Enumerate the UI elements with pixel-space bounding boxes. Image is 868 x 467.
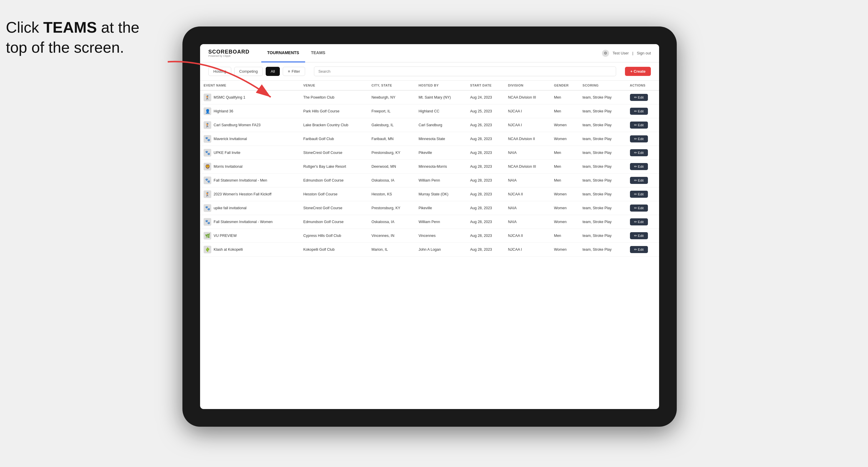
cell-event-name: 👤 Highland 36: [200, 104, 300, 118]
edit-button[interactable]: ✏ Edit: [630, 94, 648, 101]
edit-button[interactable]: ✏ Edit: [630, 163, 648, 170]
all-filter-btn[interactable]: All: [266, 67, 280, 76]
cell-division: NJCAA I: [505, 243, 551, 257]
cell-event-name: 🌿 VU PREVIEW: [200, 229, 300, 243]
col-start-date: START DATE: [467, 81, 505, 90]
create-button[interactable]: + Create: [625, 67, 651, 76]
edit-button[interactable]: ✏ Edit: [630, 135, 648, 143]
filter-bar: Hosting Competing All ≡ Filter + Create: [200, 62, 659, 81]
cell-actions: ✏ Edit: [626, 174, 659, 187]
cell-venue: StoneCrest Golf Course: [300, 201, 368, 215]
table-container: EVENT NAME VENUE CITY, STATE HOSTED BY S…: [200, 81, 659, 409]
event-icon: 🐾: [204, 149, 211, 157]
event-icon: 🌿: [204, 232, 211, 240]
cell-scoring: team, Stroke Play: [579, 229, 626, 243]
cell-actions: ✏ Edit: [626, 90, 659, 104]
cell-gender: Men: [551, 146, 579, 160]
edit-button[interactable]: ✏ Edit: [630, 218, 648, 225]
cell-venue: Hesston Golf Course: [300, 187, 368, 201]
cell-start-date: Aug 24, 2023: [467, 90, 505, 104]
edit-button[interactable]: ✏ Edit: [630, 122, 648, 129]
cell-actions: ✏ Edit: [626, 187, 659, 201]
cell-actions: ✏ Edit: [626, 243, 659, 257]
event-name-text: VU PREVIEW: [214, 234, 237, 238]
cell-city-state: Hesston, KS: [368, 187, 415, 201]
cell-start-date: Aug 28, 2023: [467, 174, 505, 187]
edit-button[interactable]: ✏ Edit: [630, 191, 648, 198]
event-name-text: Fall Statesmen Invitational - Men: [214, 178, 267, 182]
cell-actions: ✏ Edit: [626, 104, 659, 118]
cell-actions: ✏ Edit: [626, 160, 659, 174]
cell-venue: Cypress Hills Golf Club: [300, 229, 368, 243]
tournaments-table: EVENT NAME VENUE CITY, STATE HOSTED BY S…: [200, 81, 659, 257]
cell-event-name: 🏌️ Carl Sandburg Women FA23: [200, 118, 300, 132]
cell-scoring: team, Stroke Play: [579, 104, 626, 118]
cell-event-name: 🐾 Fall Statesmen Invitational - Women: [200, 215, 300, 229]
cell-scoring: team, Stroke Play: [579, 215, 626, 229]
cell-hosted-by: William Penn: [415, 215, 466, 229]
table-row: 🐾 Fall Statesmen Invitational - Women Ed…: [200, 215, 659, 229]
cell-division: NJCAA I: [505, 104, 551, 118]
col-venue: VENUE: [300, 81, 368, 90]
edit-button[interactable]: ✏ Edit: [630, 149, 648, 156]
sign-out-link[interactable]: Sign out: [637, 51, 651, 55]
filter-options-btn[interactable]: ≡ Filter: [283, 67, 305, 76]
event-name-text: UPKE Fall Invite: [214, 151, 240, 155]
cell-venue: Ruttger's Bay Lake Resort: [300, 160, 368, 174]
event-name-text: Carl Sandburg Women FA23: [214, 123, 261, 127]
event-icon: 🐾: [204, 135, 211, 143]
cell-actions: ✏ Edit: [626, 215, 659, 229]
cell-scoring: team, Stroke Play: [579, 118, 626, 132]
edit-button[interactable]: ✏ Edit: [630, 205, 648, 212]
cell-hosted-by: Pikeville: [415, 201, 466, 215]
settings-icon[interactable]: ⚙: [602, 50, 609, 57]
col-scoring: SCORING: [579, 81, 626, 90]
edit-button[interactable]: ✏ Edit: [630, 177, 648, 184]
event-name-text: Klash at Kokopelli: [214, 247, 243, 252]
tablet-frame: SCOREBOARD Powered by Clippit TOURNAMENT…: [182, 27, 677, 427]
event-icon: 🐾: [204, 218, 211, 226]
cell-hosted-by: Minnesota-Morris: [415, 160, 466, 174]
nav-tournaments[interactable]: TOURNAMENTS: [261, 44, 305, 62]
edit-button[interactable]: ✏ Edit: [630, 108, 648, 115]
cell-gender: Men: [551, 104, 579, 118]
hosting-filter-btn[interactable]: Hosting: [208, 67, 231, 76]
cell-city-state: Galesburg, IL: [368, 118, 415, 132]
cell-city-state: Oskaloosa, IA: [368, 215, 415, 229]
search-container: [314, 66, 616, 76]
table-row: 🐾 UPKE Fall Invite StoneCrest Golf Cours…: [200, 146, 659, 160]
nav-teams[interactable]: TEAMS: [305, 44, 331, 62]
cell-city-state: Prestonsburg, KY: [368, 146, 415, 160]
table-row: 🦁 Morris Invitational Ruttger's Bay Lake…: [200, 160, 659, 174]
cell-scoring: team, Stroke Play: [579, 160, 626, 174]
cell-actions: ✏ Edit: [626, 132, 659, 146]
cell-division: NAIA: [505, 215, 551, 229]
edit-button[interactable]: ✏ Edit: [630, 246, 648, 253]
table-body: 🏌️ MSMC Qualifying 1 The Powelton Club N…: [200, 90, 659, 257]
cell-gender: Men: [551, 174, 579, 187]
cell-city-state: Faribault, MN: [368, 132, 415, 146]
event-icon: 🏌️: [204, 94, 211, 101]
event-icon: 🐾: [204, 177, 211, 184]
cell-scoring: team, Stroke Play: [579, 201, 626, 215]
event-name-text: Maverick Invitational: [214, 137, 247, 141]
cell-hosted-by: John A Logan: [415, 243, 466, 257]
nav-right: ⚙ Test User | Sign out: [602, 50, 651, 57]
cell-scoring: team, Stroke Play: [579, 187, 626, 201]
edit-button[interactable]: ✏ Edit: [630, 232, 648, 239]
cell-hosted-by: Minnesota State: [415, 132, 466, 146]
col-event-name: EVENT NAME: [200, 81, 300, 90]
cell-scoring: team, Stroke Play: [579, 132, 626, 146]
cell-event-name: 🐾 UPKE Fall Invite: [200, 146, 300, 160]
cell-city-state: Newburgh, NY: [368, 90, 415, 104]
cell-actions: ✏ Edit: [626, 118, 659, 132]
event-name-text: Highland 36: [214, 109, 233, 113]
search-input[interactable]: [314, 66, 616, 76]
cell-actions: ✏ Edit: [626, 201, 659, 215]
competing-filter-btn[interactable]: Competing: [234, 67, 263, 76]
cell-actions: ✏ Edit: [626, 146, 659, 160]
cell-gender: Men: [551, 90, 579, 104]
table-row: 🐾 Maverick Invitational Faribault Golf C…: [200, 132, 659, 146]
cell-division: NJCAA II: [505, 229, 551, 243]
cell-hosted-by: Mt. Saint Mary (NY): [415, 90, 466, 104]
